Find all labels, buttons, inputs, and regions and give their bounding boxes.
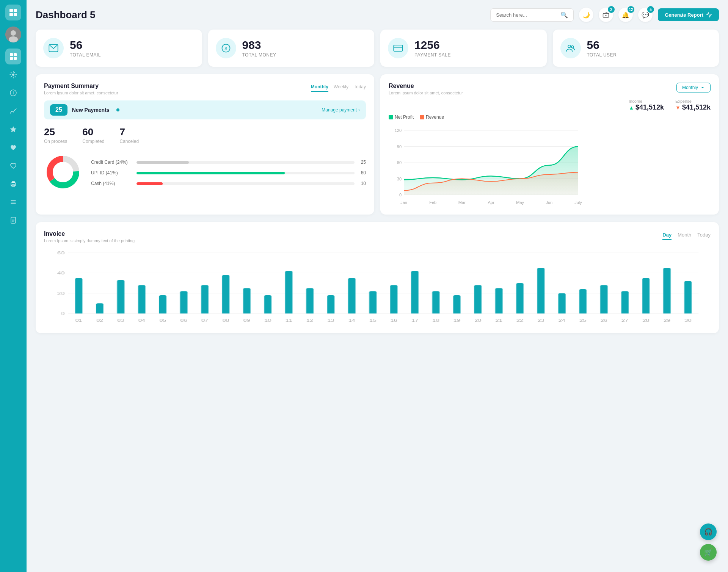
svg-rect-8 bbox=[14, 53, 17, 56]
legend-net-profit: Net Profit bbox=[389, 114, 414, 120]
email-label: TOTAL EMAIL bbox=[70, 52, 101, 58]
middle-row: Payment Summary Lorem ipsum dolor sit am… bbox=[36, 74, 719, 215]
donut-chart bbox=[44, 153, 82, 193]
stat-card-money: $ 983 TOTAL MONEY bbox=[208, 30, 375, 67]
svg-point-32 bbox=[568, 45, 571, 48]
revenue-chart bbox=[389, 123, 586, 206]
svg-point-26 bbox=[606, 15, 607, 16]
pb-cash: Cash (41%) 10 bbox=[91, 181, 366, 186]
svg-text:$: $ bbox=[224, 46, 227, 51]
svg-point-11 bbox=[12, 74, 14, 76]
svg-rect-7 bbox=[10, 53, 13, 56]
sidebar-item-favorites[interactable] bbox=[5, 139, 21, 155]
tab-monthly[interactable]: Monthly bbox=[311, 83, 328, 92]
svg-point-37 bbox=[53, 162, 73, 182]
revenue-title: Revenue bbox=[389, 83, 463, 89]
sidebar-item-list[interactable] bbox=[5, 194, 21, 210]
theme-toggle-button[interactable]: 🌙 bbox=[579, 8, 593, 22]
sidebar-item-info[interactable]: i bbox=[5, 85, 21, 101]
sidebar-item-documents[interactable] bbox=[5, 212, 21, 228]
revenue-dot bbox=[420, 115, 424, 119]
tab-weekly[interactable]: Weekly bbox=[334, 83, 348, 92]
avatar[interactable] bbox=[5, 27, 21, 42]
wallet-badge: 2 bbox=[608, 6, 615, 13]
header-actions: 🔍 🌙 2 🔔 12 💬 5 Generate Report bbox=[490, 8, 719, 22]
invoice-tabs: Day Month Today bbox=[662, 230, 711, 240]
revenue-monthly-button[interactable]: Monthly bbox=[676, 83, 711, 92]
header: Dashboard 5 🔍 🌙 2 🔔 12 💬 5 Generate Repo… bbox=[36, 8, 719, 22]
svg-rect-1 bbox=[14, 9, 17, 12]
sidebar-item-star[interactable] bbox=[5, 121, 21, 137]
expense-value: $41,512k bbox=[682, 103, 711, 111]
money-icon: $ bbox=[216, 38, 236, 58]
support-fab[interactable]: 🎧 bbox=[700, 523, 717, 540]
svg-rect-9 bbox=[10, 57, 13, 60]
cart-fab[interactable]: 🛒 bbox=[700, 544, 717, 561]
svg-rect-10 bbox=[14, 57, 17, 60]
payment-summary-title: Payment Summary bbox=[44, 83, 118, 89]
revenue-legend: Net Profit Revenue bbox=[389, 114, 711, 120]
stat-card-email: 56 TOTAL EMAIL bbox=[36, 30, 202, 67]
main-content: Dashboard 5 🔍 🌙 2 🔔 12 💬 5 Generate Repo… bbox=[27, 0, 728, 572]
svg-marker-14 bbox=[10, 126, 17, 132]
new-payments-row: 25 New Payments Manage payment › bbox=[44, 100, 366, 119]
stat-card-user: 56 TOTAL USER bbox=[553, 30, 719, 67]
net-profit-dot bbox=[389, 115, 393, 119]
payment-details: Credit Card (24%) 25 UPI ID (41%) 60 bbox=[44, 153, 366, 193]
svg-text:i: i bbox=[13, 91, 14, 95]
progress-bars: Credit Card (24%) 25 UPI ID (41%) 60 bbox=[91, 160, 366, 186]
revenue-card: Revenue Lorem ipsum dolor sit amet, cons… bbox=[380, 74, 719, 215]
income-value: $41,512k bbox=[635, 103, 664, 111]
bell-button[interactable]: 🔔 12 bbox=[618, 8, 633, 22]
email-count: 56 bbox=[70, 39, 101, 52]
sidebar-item-heart2[interactable] bbox=[5, 158, 21, 174]
generate-report-button[interactable]: Generate Report bbox=[658, 8, 719, 21]
revenue-subtitle: Lorem ipsum dolor sit amet, consectetur bbox=[389, 91, 463, 95]
pb-upi: UPI ID (41%) 60 bbox=[91, 170, 366, 176]
payment-count: 1256 bbox=[414, 39, 451, 52]
new-payments-label: New Payments bbox=[72, 107, 110, 113]
stat-canceled: 7 Canceled bbox=[119, 126, 139, 144]
chat-button[interactable]: 💬 5 bbox=[638, 8, 653, 22]
stat-card-payment: 1256 PAYMENT SALE bbox=[380, 30, 547, 67]
inv-tab-today[interactable]: Today bbox=[697, 230, 711, 240]
sidebar-item-print[interactable] bbox=[5, 176, 21, 192]
svg-rect-30 bbox=[394, 45, 402, 51]
user-label: TOTAL USER bbox=[587, 52, 617, 58]
svg-point-6 bbox=[9, 36, 18, 42]
user-icon bbox=[560, 38, 581, 58]
svg-point-5 bbox=[11, 30, 16, 36]
stat-cards: 56 TOTAL EMAIL $ 983 TOTAL MONEY 1256 PA… bbox=[36, 30, 719, 67]
payment-stats: 25 On process 60 Completed 7 Canceled bbox=[44, 126, 366, 144]
new-payments-dot bbox=[116, 108, 119, 111]
payment-summary-subtitle: Lorem ipsum dolor sit amet, consectetur bbox=[44, 91, 118, 95]
stat-completed: 60 Completed bbox=[82, 126, 104, 144]
pb-bar-upi bbox=[136, 172, 285, 174]
payment-tabs: Monthly Weekly Today bbox=[311, 83, 366, 92]
svg-rect-3 bbox=[14, 13, 17, 16]
money-count: 983 bbox=[242, 39, 276, 52]
search-input[interactable] bbox=[496, 12, 557, 18]
pb-credit-card: Credit Card (24%) 25 bbox=[91, 160, 366, 165]
payment-summary-card: Payment Summary Lorem ipsum dolor sit am… bbox=[36, 74, 374, 215]
manage-payment-link[interactable]: Manage payment › bbox=[322, 107, 360, 113]
generate-report-label: Generate Report bbox=[665, 12, 703, 18]
inv-tab-day[interactable]: Day bbox=[662, 230, 672, 240]
sidebar-item-settings[interactable] bbox=[5, 67, 21, 83]
invoice-title: Invoice bbox=[44, 230, 135, 237]
sidebar-logo[interactable] bbox=[5, 5, 21, 20]
invoice-chart bbox=[44, 249, 711, 325]
pb-bar-cash bbox=[136, 182, 163, 185]
legend-revenue: Revenue bbox=[420, 114, 444, 120]
sidebar-item-dashboard[interactable] bbox=[5, 49, 21, 64]
sidebar-item-analytics[interactable] bbox=[5, 103, 21, 119]
pb-bar-credit bbox=[136, 161, 189, 164]
tab-today[interactable]: Today bbox=[354, 83, 366, 92]
inv-tab-month[interactable]: Month bbox=[678, 230, 691, 240]
fab-container: 🎧 🛒 bbox=[700, 523, 717, 561]
wallet-button[interactable]: 2 bbox=[599, 8, 613, 22]
invoice-section: Invoice Lorem Ipsum is simply dummy text… bbox=[36, 222, 719, 333]
search-icon: 🔍 bbox=[560, 11, 568, 19]
svg-marker-38 bbox=[701, 87, 704, 88]
search-box[interactable]: 🔍 bbox=[490, 8, 574, 22]
